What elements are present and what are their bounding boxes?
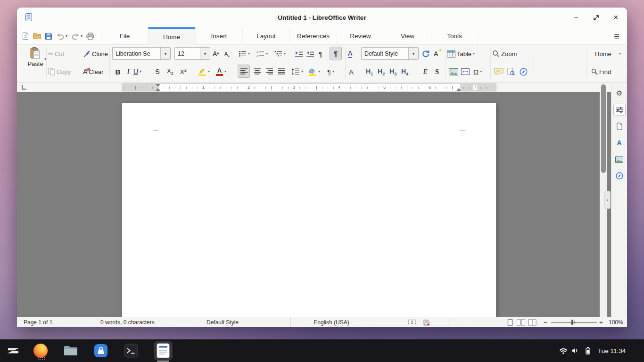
grow-font-button[interactable]: A▴ [213,47,219,60]
scrollbar-thumb[interactable] [601,84,606,173]
new-document-button[interactable] [22,32,29,40]
zoom-slider-track[interactable] [551,322,597,323]
align-right-button[interactable] [263,65,275,78]
sidebar-properties-button[interactable] [613,104,626,116]
chevron-down-icon[interactable]: ▾ [301,70,303,74]
page-count-status[interactable]: Page 1 of 1 [24,317,52,327]
zoom-slider-handle[interactable] [571,320,573,325]
open-button[interactable] [33,33,41,40]
insert-frame-button[interactable] [461,65,470,78]
page-style-status[interactable]: Default Style [206,317,239,327]
superscript-button[interactable]: X2 [180,65,187,78]
special-character-button[interactable]: Ω ▾ [473,65,482,78]
wifi-status[interactable] [559,339,568,362]
font-name-combobox[interactable]: Liberation Se ▾ [112,47,171,60]
tab-view[interactable]: View [384,27,431,45]
tab-home[interactable]: Home [148,27,195,45]
insert-image-button[interactable] [449,65,458,78]
view-book-button[interactable] [528,317,537,327]
heading3-style-button[interactable]: H3 [389,65,396,78]
font-size-combobox[interactable]: 12 ▾ [174,47,210,60]
minimize-button[interactable]: − [571,13,581,22]
chevron-down-icon[interactable]: ▾ [318,70,320,74]
sidebar-collapse-button[interactable]: ‹ [604,191,611,209]
selection-mode-button[interactable] [408,317,416,327]
find-button[interactable]: Find [591,65,611,78]
horizontal-ruler[interactable]: 1 2 3 4 5 6 7 [122,83,496,91]
zoom-in-button[interactable]: + [599,317,603,327]
increase-indent-button[interactable] [295,47,303,60]
heading4-style-button[interactable]: H4 [401,65,408,78]
heading1-style-button[interactable]: H1 [366,65,373,78]
chevron-down-icon[interactable]: ▾ [480,70,482,74]
sidebar-settings-button[interactable]: ⚙ [613,87,626,99]
align-center-button[interactable] [251,65,263,78]
highlight-color-button[interactable]: ▾ [198,65,210,78]
insert-comment-button[interactable] [494,65,504,78]
view-multi-page-button[interactable] [517,317,525,327]
emphasis-style-button[interactable]: E [421,65,429,78]
strong-style-button[interactable]: S [433,65,441,78]
chevron-down-icon[interactable]: ▾ [408,48,418,59]
strikethrough-button[interactable]: S [153,65,162,78]
chevron-down-icon[interactable]: ▾ [619,52,621,56]
formatting-marks-toggle[interactable]: ¶ [330,47,342,60]
tab-review[interactable]: Review [337,27,384,45]
redo-button[interactable]: ▾ [71,33,83,40]
undo-button[interactable]: ▾ [56,33,67,40]
tab-references[interactable]: References [289,27,337,45]
taskbar-software-button[interactable] [93,343,108,358]
language-status[interactable]: English (USA) [298,317,364,327]
table-button[interactable]: Table ▾ [447,47,475,60]
chevron-down-icon[interactable]: ▾ [140,70,141,74]
sidebar-page-button[interactable] [613,120,626,132]
menubar-toggle-button[interactable]: ≡ [610,30,623,43]
chevron-down-icon[interactable]: ▾ [224,70,226,74]
zorin-menu-button[interactable] [6,343,21,358]
battery-status[interactable] [586,339,590,362]
save-button[interactable] [45,33,52,40]
chevron-down-icon[interactable]: ▾ [160,48,170,59]
subscript-button[interactable]: X2 [167,65,173,78]
tab-insert[interactable]: Insert [195,27,242,45]
copy-button[interactable]: Copy [48,65,71,78]
heading2-style-button[interactable]: H2 [378,65,385,78]
character-dialog-button[interactable]: A [348,47,352,60]
maximize-button[interactable] [591,13,601,22]
shrink-font-button[interactable]: A▾ [224,47,230,60]
chevron-down-icon[interactable]: ▾ [44,58,46,61]
align-justify-button[interactable] [275,65,288,78]
page[interactable] [122,103,496,317]
taskbar-firefox-button[interactable] [33,343,48,358]
taskbar-writer-button[interactable] [156,343,171,358]
print-button[interactable] [86,33,94,40]
close-button[interactable]: × [611,13,620,22]
clone-formatting-button[interactable]: Clone [83,47,108,60]
line-spacing-button[interactable]: ▾ [291,65,303,78]
update-style-button[interactable] [421,47,430,60]
tab-file[interactable]: File [101,27,148,45]
ribbon-context-menu[interactable]: Home ▾ [595,47,621,60]
chevron-down-icon[interactable]: ▾ [81,34,83,38]
paragraph-style-combobox[interactable]: Default Style ▾ [361,47,419,60]
taskbar-terminal-button[interactable] [124,343,139,358]
cut-button[interactable]: ✂ Cut [48,47,64,60]
default-character-style-button[interactable]: A [349,65,354,78]
chevron-down-icon[interactable]: ▾ [248,52,250,56]
font-color-button[interactable]: A ▾ [216,65,226,78]
chevron-down-icon[interactable]: ▾ [200,48,210,59]
new-style-button[interactable]: A★ [434,47,438,60]
decrease-indent-button[interactable] [306,47,314,60]
view-single-page-button[interactable] [507,317,513,327]
taskbar-files-button[interactable] [63,343,78,358]
sidebar-navigator-button[interactable] [613,170,626,182]
zoom-button[interactable]: Zoom [492,47,517,60]
tab-layout[interactable]: Layout [242,27,289,45]
document-modified-button[interactable] [423,317,429,327]
paragraph-background-button[interactable]: ▾ [308,65,320,78]
align-left-button[interactable] [238,65,250,78]
bold-button[interactable]: B [113,65,123,78]
chevron-down-icon[interactable]: ▾ [473,52,475,56]
navigator-button[interactable] [520,65,528,78]
zoom-percentage[interactable]: 100% [609,317,623,327]
